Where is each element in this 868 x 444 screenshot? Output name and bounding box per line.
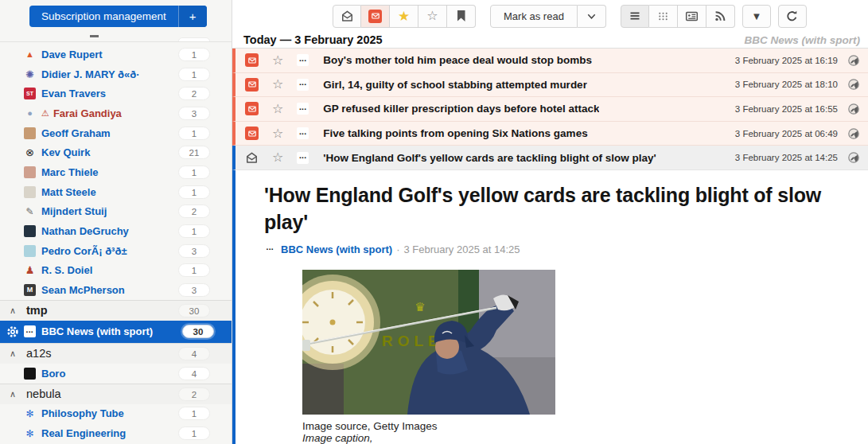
list-view-button[interactable] (621, 5, 649, 28)
feed-name: Dave Rupert (41, 49, 103, 60)
unread-count-badge: 1 (178, 68, 210, 81)
show-all-read-filter-button[interactable] (333, 5, 361, 28)
bbc-favicon-icon: ▪▪▪ (264, 243, 276, 255)
rss-view-button[interactable] (706, 5, 735, 28)
unread-envelope-icon[interactable] (245, 102, 259, 115)
tag-icon[interactable] (847, 78, 860, 91)
article-view: 'How England Golf's yellow cards are tac… (232, 170, 868, 444)
svg-text:♛: ♛ (415, 300, 425, 314)
feed-error-warning-icon: ⚠ (41, 109, 49, 118)
article-title: 'How England Golf's yellow cards are tac… (264, 181, 836, 236)
chevron-down-icon (586, 10, 597, 22)
article-row-1[interactable]: ☆ ▪▪▪ Boy's mother told him peace deal w… (232, 49, 868, 73)
article-row-title[interactable]: Girl, 14, guilty of school stabbing atte… (323, 79, 587, 91)
article-row-title[interactable]: GP refused killer prescription days befo… (323, 103, 599, 115)
article-feed-link[interactable]: BBC News (with sport) (281, 243, 392, 255)
sidebar-feed-boro[interactable]: Boro 4 (0, 364, 232, 384)
refresh-button[interactable] (778, 5, 807, 28)
collapse-chevron-icon[interactable]: ∧ (10, 389, 26, 399)
category-row-tmp[interactable]: ∧ tmp 30 (0, 300, 232, 321)
globe-favicon-icon: ● (24, 107, 36, 119)
category-row-nebula[interactable]: ∧ nebula 2 (0, 384, 232, 404)
unread-envelope-icon[interactable] (245, 78, 259, 92)
sidebar-feed-dave-rupert[interactable]: ▲ Dave Rupert 1 (0, 45, 232, 64)
tag-icon[interactable] (847, 54, 860, 67)
sidebar-feed-marc-thiele[interactable]: Marc Thiele 1 (0, 162, 232, 182)
star-outline-icon[interactable]: ☆ (272, 127, 283, 140)
sidebar-feed-matt-steele[interactable]: Matt Steele 1 (0, 182, 232, 202)
sidebar-feed-geoff-graham[interactable]: Geoff Graham 1 (0, 123, 232, 143)
article-row-2[interactable]: ☆ ▪▪▪ Girl, 14, guilty of school stabbin… (232, 73, 868, 98)
sidebar-feed-farai-gandiya[interactable]: ● ⚠ Farai Gandiya 3 (0, 103, 232, 123)
add-subscription-button[interactable]: + (178, 6, 207, 27)
bbc-favicon-icon: ▪▪▪ (297, 54, 309, 66)
date-group-header: Today — 3 February 2025 (243, 33, 383, 46)
read-open-envelope-icon[interactable] (245, 151, 259, 165)
sidebar-feed-didier-mary[interactable]: ✺ Didier J. MARY ð«ð· 1 (0, 64, 232, 84)
grid-view-button[interactable] (649, 5, 678, 28)
sidebar-feed-nathan-degruchy[interactable]: Nathan DeGruchy 1 (0, 221, 232, 241)
unread-envelope-icon[interactable] (245, 127, 259, 140)
feed-name-error: Farai Gandiya (53, 107, 122, 119)
article-row-3[interactable]: ☆ ▪▪▪ GP refused killer prescription day… (232, 97, 868, 122)
bookmark-button[interactable] (447, 5, 476, 28)
article-row-4[interactable]: ☆ ▪▪▪ Five talking points from opening S… (232, 122, 868, 146)
sidebar-feed-rs-doiel[interactable]: ♟ R. S. Doiel 1 (0, 261, 232, 281)
nebula-favicon-icon: ✻ (24, 427, 36, 439)
article-row-title[interactable]: 'How England Golf's yellow cards are tac… (323, 152, 656, 164)
collapse-chevron-icon[interactable]: ∧ (10, 306, 26, 316)
toggle-favourite-button[interactable]: ☆ (418, 5, 447, 28)
feed-name: Real Engineering (41, 427, 126, 439)
pen-favicon-icon: ✎ (24, 205, 36, 217)
mark-as-read-dropdown-button[interactable] (578, 5, 606, 28)
nebula-favicon-icon: ✻ (24, 407, 36, 419)
sidebar-feed-real-engineering[interactable]: ✻ Real Engineering 1 (0, 423, 232, 443)
bbc-favicon-icon: ▪▪▪ (297, 127, 309, 139)
category-count-badge: 4 (178, 347, 210, 360)
sidebar-feed-pedro-cora[interactable]: Pedro CorÃ¡ ð³ð± 3 (0, 241, 232, 261)
feed-name: Geoff Graham (41, 127, 111, 139)
star-outline-icon[interactable]: ☆ (272, 151, 283, 164)
sidebar-feed-bbc-news-selected[interactable]: ▪▪▪ BBC News (with sport) 30 (0, 321, 232, 343)
star-outline-icon[interactable]: ☆ (272, 54, 283, 67)
category-row-a12s[interactable]: ∧ a12s 4 (0, 343, 232, 364)
reader-view-icon (685, 10, 699, 23)
subscription-management-button[interactable]: Subscription management + (29, 6, 207, 27)
mark-as-read-button[interactable]: Mark as read (490, 5, 578, 28)
sidebar-feed-philosophy-tube[interactable]: ✻ Philosophy Tube 1 (0, 404, 232, 424)
app-window: Subscription management + ▲ Dave Rupert … (0, 0, 868, 444)
show-favourites-filter-button[interactable]: ★ (390, 5, 418, 28)
sidebar-feed-evan-travers[interactable]: ST Evan Travers 2 (0, 84, 232, 103)
main-panel: ★ ☆ Mark as read (232, 0, 868, 444)
bbc-favicon-icon: ▪▪▪ (297, 152, 309, 164)
article-row-5-selected[interactable]: ☆ ▪▪▪ 'How England Golf's yellow cards a… (232, 146, 868, 170)
article-row-date: 3 February 2025 at 16:19 (735, 56, 838, 65)
article-date: 3 February 2025 at 14:25 (403, 243, 520, 255)
tag-icon[interactable] (847, 151, 860, 164)
star-outline-icon[interactable]: ☆ (272, 78, 283, 91)
sidebar-feed-kev-quirk[interactable]: ⊗ Kev Quirk 21 (0, 142, 232, 162)
tag-icon[interactable] (847, 127, 860, 140)
collapse-chevron-icon[interactable]: ∧ (10, 349, 26, 359)
unread-envelope-icon[interactable] (245, 53, 259, 67)
tag-icon[interactable] (847, 103, 860, 115)
gear-icon[interactable] (6, 325, 19, 338)
sidebar-feed-mijndert-stuij[interactable]: ✎ Mijndert Stuij 2 (0, 202, 232, 222)
actions-dropdown-button[interactable]: ▼ (742, 5, 771, 28)
reader-view-button[interactable] (678, 5, 706, 28)
sidebar-feed-sean-mcpherson[interactable]: M Sean McPherson 3 (0, 280, 232, 300)
filter-button-group: ★ ☆ (333, 5, 476, 28)
unread-count-badge: 1 (178, 263, 210, 277)
article-row-title[interactable]: Five talking points from opening Six Nat… (323, 127, 587, 139)
article-row-title[interactable]: Boy's mother told him peace deal would s… (323, 54, 592, 66)
avatar-favicon-icon (24, 245, 36, 257)
monogram-favicon-icon: M (24, 284, 36, 296)
show-unread-filter-button[interactable] (361, 5, 390, 28)
category-feeds-nebula: ✻ Philosophy Tube 1 ✻ Real Engineering 1 (0, 404, 232, 443)
star-outline-icon: ☆ (426, 10, 438, 22)
dropdown-triangle-icon: ▼ (751, 11, 761, 21)
image-source: Image source, Getty Images (302, 420, 555, 432)
unread-count-badge: 1 (178, 426, 210, 440)
feed-name: R. S. Doiel (41, 264, 92, 276)
star-outline-icon[interactable]: ☆ (272, 103, 283, 115)
